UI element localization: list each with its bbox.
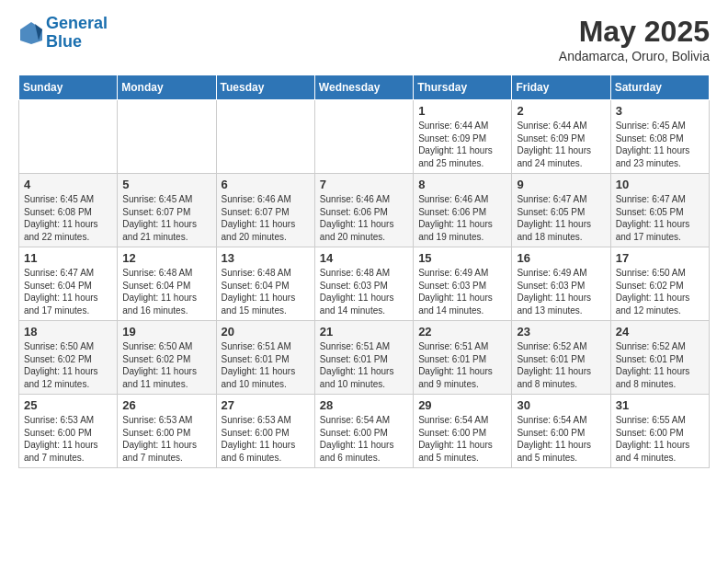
day-content: Sunrise: 6:44 AMSunset: 6:09 PMDaylight:… bbox=[517, 120, 605, 169]
day-cell: 15Sunrise: 6:49 AMSunset: 6:03 PMDayligh… bbox=[414, 247, 512, 321]
day-number: 29 bbox=[418, 398, 506, 412]
day-number: 12 bbox=[122, 251, 210, 265]
day-content: Sunrise: 6:50 AMSunset: 6:02 PMDaylight:… bbox=[24, 340, 112, 390]
day-content: Sunrise: 6:52 AMSunset: 6:01 PMDaylight:… bbox=[616, 340, 704, 390]
day-content: Sunrise: 6:54 AMSunset: 6:00 PMDaylight:… bbox=[320, 414, 408, 464]
day-content: Sunrise: 6:54 AMSunset: 6:00 PMDaylight:… bbox=[418, 414, 506, 464]
day-content: Sunrise: 6:47 AMSunset: 6:04 PMDaylight:… bbox=[24, 267, 112, 316]
day-cell: 26Sunrise: 6:53 AMSunset: 6:00 PMDayligh… bbox=[118, 395, 216, 468]
header-cell-friday: Friday bbox=[512, 75, 610, 100]
header-cell-tuesday: Tuesday bbox=[216, 75, 314, 100]
day-content: Sunrise: 6:50 AMSunset: 6:02 PMDaylight:… bbox=[616, 267, 704, 316]
header-row: SundayMondayTuesdayWednesdayThursdayFrid… bbox=[19, 75, 710, 100]
week-row-4: 18Sunrise: 6:50 AMSunset: 6:02 PMDayligh… bbox=[19, 321, 710, 395]
day-cell bbox=[314, 100, 413, 174]
day-number: 13 bbox=[222, 251, 310, 265]
day-cell: 8Sunrise: 6:46 AMSunset: 6:06 PMDaylight… bbox=[414, 174, 512, 247]
day-cell: 29Sunrise: 6:54 AMSunset: 6:00 PMDayligh… bbox=[414, 395, 512, 468]
day-content: Sunrise: 6:54 AMSunset: 6:00 PMDaylight:… bbox=[517, 414, 605, 464]
day-number: 17 bbox=[616, 251, 704, 265]
day-number: 6 bbox=[222, 178, 310, 191]
day-cell: 30Sunrise: 6:54 AMSunset: 6:00 PMDayligh… bbox=[512, 395, 610, 468]
week-row-5: 25Sunrise: 6:53 AMSunset: 6:00 PMDayligh… bbox=[19, 395, 710, 468]
day-number: 5 bbox=[122, 178, 210, 191]
day-cell bbox=[19, 100, 118, 174]
day-content: Sunrise: 6:48 AMSunset: 6:04 PMDaylight:… bbox=[222, 267, 310, 316]
calendar-body: 1Sunrise: 6:44 AMSunset: 6:09 PMDaylight… bbox=[19, 100, 710, 468]
header-cell-saturday: Saturday bbox=[610, 75, 709, 100]
day-content: Sunrise: 6:46 AMSunset: 6:07 PMDaylight:… bbox=[222, 193, 310, 243]
day-cell: 4Sunrise: 6:45 AMSunset: 6:08 PMDaylight… bbox=[19, 174, 118, 247]
day-cell: 12Sunrise: 6:48 AMSunset: 6:04 PMDayligh… bbox=[118, 247, 216, 321]
day-content: Sunrise: 6:49 AMSunset: 6:03 PMDaylight:… bbox=[418, 267, 506, 316]
day-number: 4 bbox=[24, 178, 112, 191]
calendar-table: SundayMondayTuesdayWednesdayThursdayFrid… bbox=[18, 75, 710, 468]
logo-text: General Blue bbox=[46, 15, 108, 52]
day-cell: 21Sunrise: 6:51 AMSunset: 6:01 PMDayligh… bbox=[314, 321, 413, 395]
day-number: 31 bbox=[616, 398, 704, 412]
day-number: 22 bbox=[418, 325, 506, 339]
day-cell bbox=[216, 100, 314, 174]
day-number: 14 bbox=[320, 251, 408, 265]
day-cell: 27Sunrise: 6:53 AMSunset: 6:00 PMDayligh… bbox=[216, 395, 314, 468]
day-cell: 31Sunrise: 6:55 AMSunset: 6:00 PMDayligh… bbox=[610, 395, 709, 468]
header-cell-sunday: Sunday bbox=[19, 75, 118, 100]
day-cell: 20Sunrise: 6:51 AMSunset: 6:01 PMDayligh… bbox=[216, 321, 314, 395]
day-number: 25 bbox=[24, 398, 112, 412]
header: General Blue May 2025 Andamarca, Oruro, … bbox=[18, 15, 710, 63]
day-content: Sunrise: 6:47 AMSunset: 6:05 PMDaylight:… bbox=[616, 193, 704, 243]
day-content: Sunrise: 6:45 AMSunset: 6:08 PMDaylight:… bbox=[616, 120, 704, 169]
day-cell: 14Sunrise: 6:48 AMSunset: 6:03 PMDayligh… bbox=[314, 247, 413, 321]
day-number: 27 bbox=[222, 398, 310, 412]
day-cell: 6Sunrise: 6:46 AMSunset: 6:07 PMDaylight… bbox=[216, 174, 314, 247]
day-number: 15 bbox=[418, 251, 506, 265]
day-content: Sunrise: 6:48 AMSunset: 6:03 PMDaylight:… bbox=[320, 267, 408, 316]
location: Andamarca, Oruro, Bolivia bbox=[559, 49, 710, 63]
day-cell: 22Sunrise: 6:51 AMSunset: 6:01 PMDayligh… bbox=[414, 321, 512, 395]
day-content: Sunrise: 6:55 AMSunset: 6:00 PMDaylight:… bbox=[616, 414, 704, 464]
day-content: Sunrise: 6:48 AMSunset: 6:04 PMDaylight:… bbox=[122, 267, 210, 316]
day-cell: 1Sunrise: 6:44 AMSunset: 6:09 PMDaylight… bbox=[414, 100, 512, 174]
day-cell: 25Sunrise: 6:53 AMSunset: 6:00 PMDayligh… bbox=[19, 395, 118, 468]
day-content: Sunrise: 6:51 AMSunset: 6:01 PMDaylight:… bbox=[320, 340, 408, 390]
day-number: 3 bbox=[616, 104, 704, 118]
day-number: 21 bbox=[320, 325, 408, 339]
day-number: 2 bbox=[517, 104, 605, 118]
day-cell: 3Sunrise: 6:45 AMSunset: 6:08 PMDaylight… bbox=[610, 100, 709, 174]
day-content: Sunrise: 6:49 AMSunset: 6:03 PMDaylight:… bbox=[517, 267, 605, 316]
day-cell: 16Sunrise: 6:49 AMSunset: 6:03 PMDayligh… bbox=[512, 247, 610, 321]
day-content: Sunrise: 6:51 AMSunset: 6:01 PMDaylight:… bbox=[222, 340, 310, 390]
day-number: 23 bbox=[517, 325, 605, 339]
logo: General Blue bbox=[18, 15, 108, 52]
day-cell bbox=[118, 100, 216, 174]
day-cell: 28Sunrise: 6:54 AMSunset: 6:00 PMDayligh… bbox=[314, 395, 413, 468]
day-content: Sunrise: 6:47 AMSunset: 6:05 PMDaylight:… bbox=[517, 193, 605, 243]
day-cell: 5Sunrise: 6:45 AMSunset: 6:07 PMDaylight… bbox=[118, 174, 216, 247]
day-number: 10 bbox=[616, 178, 704, 191]
day-content: Sunrise: 6:51 AMSunset: 6:01 PMDaylight:… bbox=[418, 340, 506, 390]
day-content: Sunrise: 6:45 AMSunset: 6:08 PMDaylight:… bbox=[24, 193, 112, 243]
day-number: 7 bbox=[320, 178, 408, 191]
week-row-3: 11Sunrise: 6:47 AMSunset: 6:04 PMDayligh… bbox=[19, 247, 710, 321]
day-content: Sunrise: 6:53 AMSunset: 6:00 PMDaylight:… bbox=[222, 414, 310, 464]
day-number: 9 bbox=[517, 178, 605, 191]
day-content: Sunrise: 6:50 AMSunset: 6:02 PMDaylight:… bbox=[122, 340, 210, 390]
calendar-header: SundayMondayTuesdayWednesdayThursdayFrid… bbox=[19, 75, 710, 100]
day-cell: 17Sunrise: 6:50 AMSunset: 6:02 PMDayligh… bbox=[610, 247, 709, 321]
day-number: 28 bbox=[320, 398, 408, 412]
month-title: May 2025 bbox=[559, 15, 710, 49]
week-row-1: 1Sunrise: 6:44 AMSunset: 6:09 PMDaylight… bbox=[19, 100, 710, 174]
day-content: Sunrise: 6:46 AMSunset: 6:06 PMDaylight:… bbox=[418, 193, 506, 243]
day-content: Sunrise: 6:53 AMSunset: 6:00 PMDaylight:… bbox=[24, 414, 112, 464]
day-number: 1 bbox=[418, 104, 506, 118]
day-cell: 11Sunrise: 6:47 AMSunset: 6:04 PMDayligh… bbox=[19, 247, 118, 321]
week-row-2: 4Sunrise: 6:45 AMSunset: 6:08 PMDaylight… bbox=[19, 174, 710, 247]
day-cell: 2Sunrise: 6:44 AMSunset: 6:09 PMDaylight… bbox=[512, 100, 610, 174]
day-cell: 24Sunrise: 6:52 AMSunset: 6:01 PMDayligh… bbox=[610, 321, 709, 395]
day-cell: 18Sunrise: 6:50 AMSunset: 6:02 PMDayligh… bbox=[19, 321, 118, 395]
day-number: 20 bbox=[222, 325, 310, 339]
day-cell: 19Sunrise: 6:50 AMSunset: 6:02 PMDayligh… bbox=[118, 321, 216, 395]
day-content: Sunrise: 6:44 AMSunset: 6:09 PMDaylight:… bbox=[418, 120, 506, 169]
day-number: 30 bbox=[517, 398, 605, 412]
day-content: Sunrise: 6:52 AMSunset: 6:01 PMDaylight:… bbox=[517, 340, 605, 390]
